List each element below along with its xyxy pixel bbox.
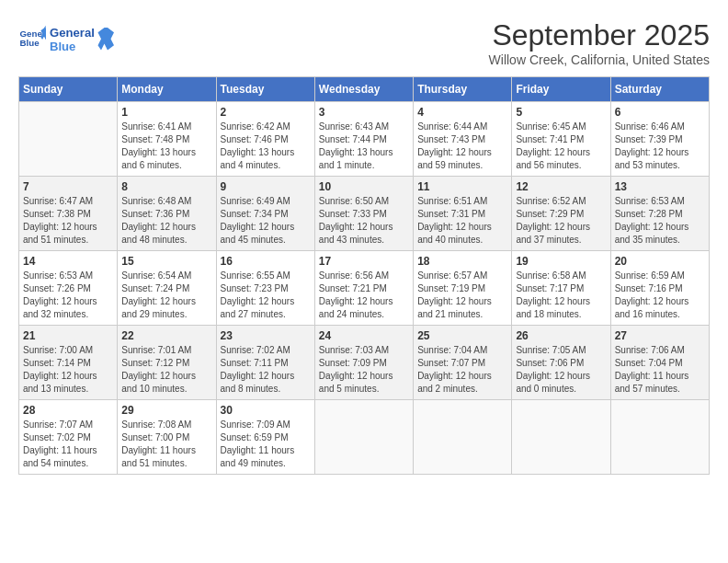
day-info: Sunrise: 7:01 AM Sunset: 7:12 PM Dayligh… xyxy=(121,344,211,396)
calendar-cell: 21Sunrise: 7:00 AM Sunset: 7:14 PM Dayli… xyxy=(19,326,118,400)
day-info: Sunrise: 6:48 AM Sunset: 7:36 PM Dayligh… xyxy=(121,195,211,247)
calendar-cell: 7Sunrise: 6:47 AM Sunset: 7:38 PM Daylig… xyxy=(19,177,118,251)
day-number: 21 xyxy=(23,329,113,342)
day-info: Sunrise: 6:58 AM Sunset: 7:17 PM Dayligh… xyxy=(516,270,606,321)
day-number: 30 xyxy=(221,404,311,417)
day-number: 12 xyxy=(516,180,606,193)
calendar-table: SundayMondayTuesdayWednesdayThursdayFrid… xyxy=(18,76,710,475)
day-number: 14 xyxy=(23,255,113,268)
day-number: 4 xyxy=(417,106,507,119)
weekday-header-sunday: Sunday xyxy=(19,77,118,102)
day-number: 8 xyxy=(121,180,211,193)
calendar-cell xyxy=(19,102,118,177)
day-number: 2 xyxy=(221,106,311,119)
calendar-cell: 3Sunrise: 6:43 AM Sunset: 7:44 PM Daylig… xyxy=(314,102,413,177)
day-number: 24 xyxy=(319,329,409,342)
day-number: 16 xyxy=(221,255,311,268)
location-subtitle: Willow Creek, California, United States xyxy=(489,52,710,67)
day-info: Sunrise: 7:02 AM Sunset: 7:11 PM Dayligh… xyxy=(221,344,311,396)
weekday-header-thursday: Thursday xyxy=(414,77,512,102)
calendar-week-row: 14Sunrise: 6:53 AM Sunset: 7:26 PM Dayli… xyxy=(19,251,710,326)
calendar-week-row: 7Sunrise: 6:47 AM Sunset: 7:38 PM Daylig… xyxy=(19,177,710,251)
day-info: Sunrise: 6:56 AM Sunset: 7:21 PM Dayligh… xyxy=(319,270,409,321)
svg-marker-5 xyxy=(98,28,115,51)
weekday-header-monday: Monday xyxy=(118,77,216,102)
logo-icon: General Blue xyxy=(18,24,46,52)
svg-text:General: General xyxy=(50,26,95,40)
calendar-cell: 20Sunrise: 6:59 AM Sunset: 7:16 PM Dayli… xyxy=(610,251,709,326)
day-number: 7 xyxy=(23,180,113,193)
logo-graphic: General Blue xyxy=(50,22,114,57)
day-info: Sunrise: 6:52 AM Sunset: 7:29 PM Dayligh… xyxy=(516,195,606,247)
calendar-week-row: 21Sunrise: 7:00 AM Sunset: 7:14 PM Dayli… xyxy=(19,326,710,400)
calendar-cell: 25Sunrise: 7:04 AM Sunset: 7:07 PM Dayli… xyxy=(414,326,512,400)
day-number: 6 xyxy=(615,106,705,119)
day-info: Sunrise: 6:53 AM Sunset: 7:28 PM Dayligh… xyxy=(615,195,705,247)
day-info: Sunrise: 7:07 AM Sunset: 7:02 PM Dayligh… xyxy=(23,419,113,470)
calendar-week-row: 28Sunrise: 7:07 AM Sunset: 7:02 PM Dayli… xyxy=(19,400,710,475)
calendar-cell: 29Sunrise: 7:08 AM Sunset: 7:00 PM Dayli… xyxy=(118,400,216,475)
day-info: Sunrise: 6:46 AM Sunset: 7:39 PM Dayligh… xyxy=(615,121,705,172)
calendar-cell: 8Sunrise: 6:48 AM Sunset: 7:36 PM Daylig… xyxy=(118,177,216,251)
calendar-cell: 13Sunrise: 6:53 AM Sunset: 7:28 PM Dayli… xyxy=(610,177,709,251)
calendar-cell: 18Sunrise: 6:57 AM Sunset: 7:19 PM Dayli… xyxy=(414,251,512,326)
day-number: 3 xyxy=(319,106,409,119)
weekday-header-saturday: Saturday xyxy=(610,77,709,102)
day-info: Sunrise: 7:03 AM Sunset: 7:09 PM Dayligh… xyxy=(319,344,409,396)
day-number: 19 xyxy=(516,255,606,268)
svg-text:Blue: Blue xyxy=(20,38,40,48)
calendar-cell: 6Sunrise: 6:46 AM Sunset: 7:39 PM Daylig… xyxy=(610,102,709,177)
calendar-cell: 4Sunrise: 6:44 AM Sunset: 7:43 PM Daylig… xyxy=(414,102,512,177)
day-info: Sunrise: 6:50 AM Sunset: 7:33 PM Dayligh… xyxy=(319,195,409,247)
day-number: 20 xyxy=(615,255,705,268)
day-info: Sunrise: 7:09 AM Sunset: 6:59 PM Dayligh… xyxy=(221,419,311,470)
day-number: 5 xyxy=(516,106,606,119)
day-info: Sunrise: 7:08 AM Sunset: 7:00 PM Dayligh… xyxy=(121,419,211,470)
day-number: 10 xyxy=(319,180,409,193)
day-number: 1 xyxy=(121,106,211,119)
day-info: Sunrise: 7:04 AM Sunset: 7:07 PM Dayligh… xyxy=(417,344,507,396)
day-number: 22 xyxy=(121,329,211,342)
title-block: September 2025 Willow Creek, California,… xyxy=(489,18,710,67)
day-info: Sunrise: 7:05 AM Sunset: 7:06 PM Dayligh… xyxy=(516,344,606,396)
day-info: Sunrise: 6:45 AM Sunset: 7:41 PM Dayligh… xyxy=(516,121,606,172)
calendar-cell: 22Sunrise: 7:01 AM Sunset: 7:12 PM Dayli… xyxy=(118,326,216,400)
logo: General Blue General Blue xyxy=(18,18,114,57)
day-info: Sunrise: 6:53 AM Sunset: 7:26 PM Dayligh… xyxy=(23,270,113,321)
day-number: 9 xyxy=(221,180,311,193)
day-info: Sunrise: 6:54 AM Sunset: 7:24 PM Dayligh… xyxy=(121,270,211,321)
day-number: 13 xyxy=(615,180,705,193)
calendar-cell: 14Sunrise: 6:53 AM Sunset: 7:26 PM Dayli… xyxy=(19,251,118,326)
day-number: 18 xyxy=(417,255,507,268)
day-info: Sunrise: 6:51 AM Sunset: 7:31 PM Dayligh… xyxy=(417,195,507,247)
day-info: Sunrise: 6:43 AM Sunset: 7:44 PM Dayligh… xyxy=(319,121,409,172)
page-header: General Blue General Blue September 2025… xyxy=(18,18,710,67)
day-number: 25 xyxy=(417,329,507,342)
calendar-cell: 9Sunrise: 6:49 AM Sunset: 7:34 PM Daylig… xyxy=(216,177,314,251)
weekday-header-row: SundayMondayTuesdayWednesdayThursdayFrid… xyxy=(19,77,710,102)
calendar-cell: 24Sunrise: 7:03 AM Sunset: 7:09 PM Dayli… xyxy=(314,326,413,400)
day-info: Sunrise: 6:47 AM Sunset: 7:38 PM Dayligh… xyxy=(23,195,113,247)
calendar-cell: 26Sunrise: 7:05 AM Sunset: 7:06 PM Dayli… xyxy=(512,326,610,400)
calendar-cell: 15Sunrise: 6:54 AM Sunset: 7:24 PM Dayli… xyxy=(118,251,216,326)
day-number: 27 xyxy=(615,329,705,342)
day-number: 23 xyxy=(221,329,311,342)
calendar-cell: 12Sunrise: 6:52 AM Sunset: 7:29 PM Dayli… xyxy=(512,177,610,251)
day-info: Sunrise: 6:41 AM Sunset: 7:48 PM Dayligh… xyxy=(121,121,211,172)
calendar-cell xyxy=(314,400,413,475)
calendar-cell xyxy=(512,400,610,475)
day-info: Sunrise: 6:59 AM Sunset: 7:16 PM Dayligh… xyxy=(615,270,705,321)
month-title: September 2025 xyxy=(489,18,710,52)
calendar-week-row: 1Sunrise: 6:41 AM Sunset: 7:48 PM Daylig… xyxy=(19,102,710,177)
calendar-cell: 10Sunrise: 6:50 AM Sunset: 7:33 PM Dayli… xyxy=(314,177,413,251)
calendar-cell xyxy=(414,400,512,475)
weekday-header-tuesday: Tuesday xyxy=(216,77,314,102)
day-number: 15 xyxy=(121,255,211,268)
day-info: Sunrise: 6:44 AM Sunset: 7:43 PM Dayligh… xyxy=(417,121,507,172)
calendar-cell: 11Sunrise: 6:51 AM Sunset: 7:31 PM Dayli… xyxy=(414,177,512,251)
day-number: 17 xyxy=(319,255,409,268)
calendar-cell: 16Sunrise: 6:55 AM Sunset: 7:23 PM Dayli… xyxy=(216,251,314,326)
day-info: Sunrise: 7:00 AM Sunset: 7:14 PM Dayligh… xyxy=(23,344,113,396)
day-info: Sunrise: 6:55 AM Sunset: 7:23 PM Dayligh… xyxy=(221,270,311,321)
day-info: Sunrise: 6:57 AM Sunset: 7:19 PM Dayligh… xyxy=(417,270,507,321)
